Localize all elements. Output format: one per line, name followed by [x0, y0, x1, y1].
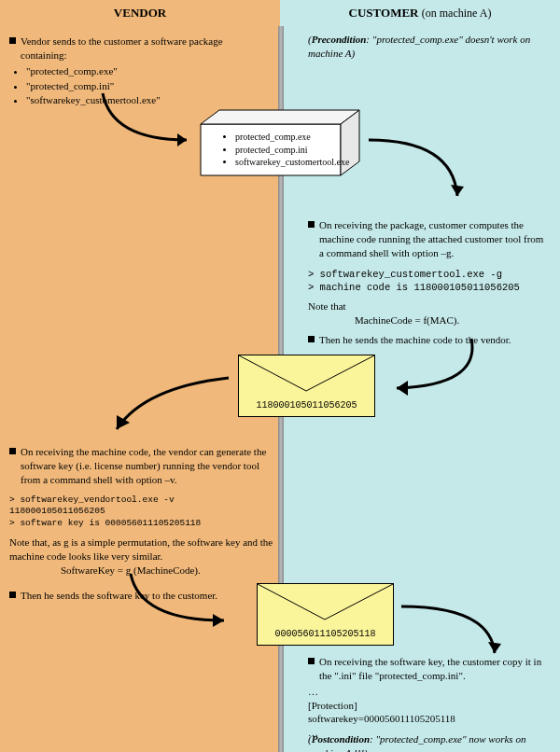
precondition: (Precondition: "protected_comp.exe" does… [308, 33, 551, 61]
arrow-vendor-to-envelope2 [121, 569, 261, 634]
customer-header-text: CUSTOMER [349, 6, 419, 20]
svg-marker-8 [488, 642, 501, 653]
ini-line: softwarekey=000056011105205118 [308, 712, 551, 726]
customer-header: CUSTOMER (on machine A) [280, 6, 560, 21]
svg-marker-7 [213, 614, 224, 627]
cmd-line: > software key is 000056011105205118 [9, 518, 275, 530]
vendor-header: VENDOR [0, 6, 280, 21]
bullet-icon [9, 448, 16, 454]
vendor-pkg-item: "protected_comp.exe" [26, 64, 266, 78]
postcondition-label: Postcondition [312, 733, 370, 745]
envelope-machine-code: 118000105011056205 [238, 355, 375, 417]
svg-marker-1 [201, 110, 359, 124]
customer-step2-text: On receiving the software key, the custo… [319, 655, 551, 683]
ini-line: … [308, 685, 551, 699]
customer-step1-text: On receiving the package, customer compu… [319, 218, 551, 260]
customer-step2: On receiving the software key, the custo… [308, 653, 551, 740]
cmd-line: > softwarekey_vendortool.exe -v 11800010… [9, 494, 275, 519]
package-item: softwarekey_customertool.exe [235, 156, 342, 169]
postcondition: (Postcondition: "protected_comp.exe" now… [308, 732, 551, 752]
arrow-envelope1-to-vendor [98, 369, 238, 443]
customer-step1: On receiving the package, customer compu… [308, 216, 551, 348]
package-item: protected_comp.exe [235, 131, 342, 144]
note-formula: MachineCode = f(MAC). [355, 313, 551, 327]
svg-marker-3 [177, 133, 187, 146]
cmd-line: > softwarekey_customertool.exe -g [308, 268, 551, 281]
vendor-step2-text: On receiving the machine code, the vendo… [21, 445, 275, 487]
package-item: protected_comp.ini [235, 144, 342, 157]
svg-marker-4 [451, 185, 464, 196]
vendor-step1-text: Vendor sends to the customer a software … [21, 35, 266, 63]
bullet-icon [308, 658, 315, 664]
bullet-icon [9, 37, 16, 44]
arrow-vendor-to-box [93, 89, 224, 154]
bullet-icon [308, 221, 315, 228]
envelope1-code: 118000105011056205 [239, 400, 374, 411]
vendor-header-text: VENDOR [114, 6, 166, 20]
arrow-customer-to-envelope1 [378, 334, 490, 409]
package-contents: protected_comp.exe protected_comp.ini so… [220, 131, 342, 169]
note-prefix: Note that [308, 299, 551, 313]
ini-line: [Protection] [308, 699, 551, 713]
vendor-step2-note: Note that, as g is a simple permutation,… [9, 536, 275, 564]
envelope2-code: 000056011105205118 [258, 629, 393, 639]
bullet-icon [9, 592, 16, 598]
arrow-box-to-customer [364, 131, 485, 215]
bullet-icon [308, 336, 315, 342]
svg-marker-5 [397, 381, 408, 396]
cmd-line: > machine code is 118000105011056205 [308, 281, 551, 294]
customer-header-note: (on machine A) [422, 7, 492, 20]
envelope-software-key: 000056011105205118 [257, 583, 394, 646]
precondition-label: Precondition [312, 34, 367, 45]
